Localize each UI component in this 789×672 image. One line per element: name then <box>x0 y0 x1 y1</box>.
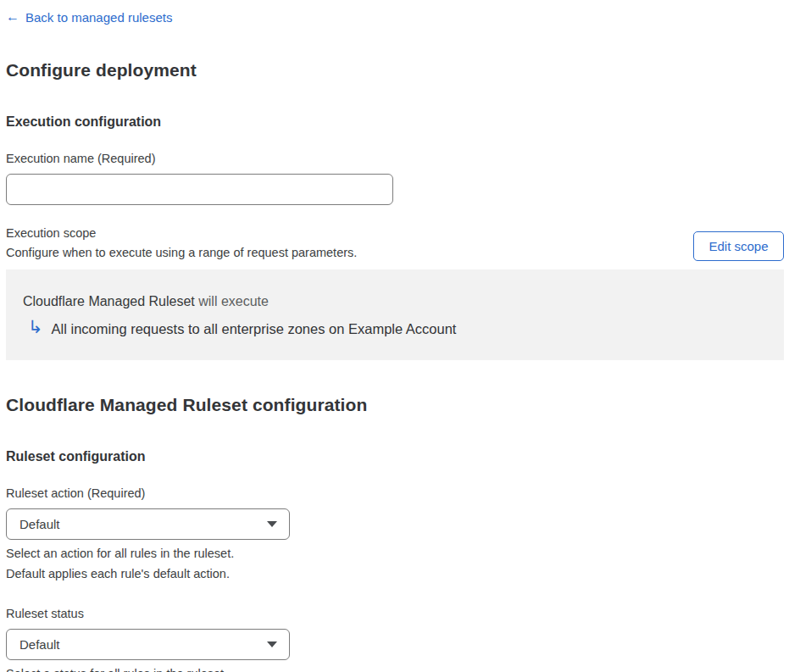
scope-summary-line2: ↳ All incoming requests to all enterpris… <box>23 320 767 338</box>
configure-deployment-page: ← Back to managed rulesets Configure dep… <box>0 0 789 672</box>
scope-summary-box: Cloudflare Managed Ruleset will execute … <box>6 269 784 360</box>
edit-scope-button[interactable]: Edit scope <box>693 231 784 261</box>
ruleset-configuration-subheading: Ruleset configuration <box>6 449 784 464</box>
page-title: Configure deployment <box>6 60 784 81</box>
scope-summary-line1: Cloudflare Managed Ruleset will execute <box>23 294 767 309</box>
scope-summary-text: All incoming requests to all enterprise … <box>52 321 457 337</box>
chevron-down-icon <box>267 521 277 527</box>
back-link-label: Back to managed rulesets <box>25 10 172 25</box>
ruleset-configuration-title: Cloudflare Managed Ruleset configuration <box>6 395 784 415</box>
execution-scope-texts: Execution scope Configure when to execut… <box>6 226 357 259</box>
execution-scope-row: Execution scope Configure when to execut… <box>6 226 784 261</box>
scope-summary-will-execute: will execute <box>195 294 269 308</box>
ruleset-status-value: Default <box>19 637 60 652</box>
ruleset-action-value: Default <box>19 517 60 531</box>
execution-scope-label: Execution scope <box>6 226 357 240</box>
ruleset-action-label: Ruleset action (Required) <box>6 486 784 500</box>
ruleset-action-help-line2: Default applies each rule's default acti… <box>6 564 784 584</box>
ruleset-status-label: Ruleset status <box>6 607 784 620</box>
scope-summary-ruleset-name: Cloudflare Managed Ruleset <box>23 294 195 308</box>
execution-configuration-heading: Execution configuration <box>6 114 784 130</box>
back-to-managed-rulesets-link[interactable]: ← Back to managed rulesets <box>6 10 172 25</box>
ruleset-action-dropdown[interactable]: Default <box>6 508 290 540</box>
chevron-down-icon <box>267 641 277 647</box>
execution-scope-description: Configure when to execute using a range … <box>6 246 357 259</box>
branch-arrow-icon: ↳ <box>28 318 43 336</box>
execution-name-input[interactable] <box>6 174 393 205</box>
execution-name-label: Execution name (Required) <box>6 152 784 165</box>
ruleset-action-help-line1: Select an action for all rules in the ru… <box>6 544 784 564</box>
back-arrow-icon: ← <box>6 10 19 24</box>
ruleset-status-dropdown[interactable]: Default <box>6 629 290 660</box>
ruleset-status-help-line1: Select a status for all rules in the rul… <box>6 664 784 672</box>
